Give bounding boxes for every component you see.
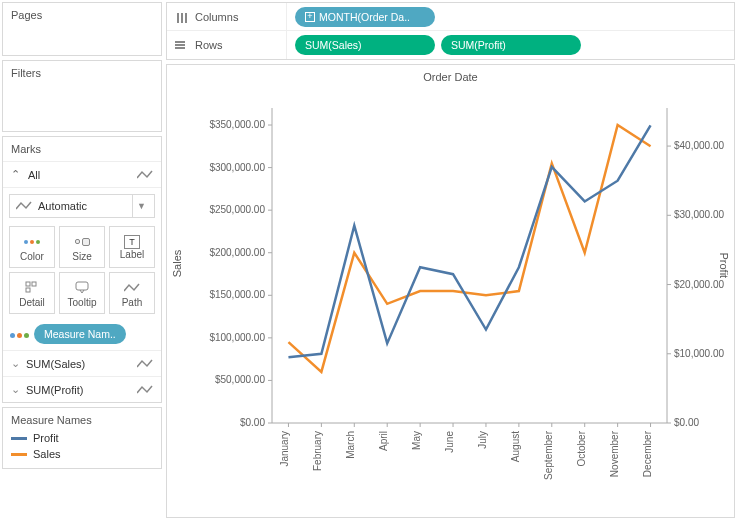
svg-text:$250,000.00: $250,000.00 bbox=[209, 204, 265, 215]
rows-text: Rows bbox=[195, 39, 223, 51]
svg-text:March: March bbox=[345, 431, 356, 459]
path-icon bbox=[124, 279, 140, 297]
left-column: Pages Filters Marks ⌃ All Automatic ▼ bbox=[0, 0, 164, 520]
legend-item-sales[interactable]: Sales bbox=[11, 446, 153, 462]
label-button[interactable]: T Label bbox=[109, 226, 155, 268]
right-column: Columns +MONTH(Order Da.. Rows SUM(Sales… bbox=[164, 0, 737, 520]
mark-type-dropdown[interactable]: Automatic ▼ bbox=[9, 194, 155, 218]
svg-text:December: December bbox=[642, 430, 653, 477]
svg-text:$10,000.00: $10,000.00 bbox=[674, 348, 724, 359]
pages-panel[interactable]: Pages bbox=[2, 2, 162, 56]
label-icon: T bbox=[124, 235, 140, 249]
legend-swatch bbox=[11, 453, 27, 456]
marks-buttons-row1: Color Size T Label bbox=[3, 224, 161, 270]
svg-text:January: January bbox=[279, 431, 290, 467]
svg-text:$200,000.00: $200,000.00 bbox=[209, 247, 265, 258]
line-icon bbox=[137, 385, 153, 395]
line-icon bbox=[137, 170, 153, 180]
y-axis-left-label: Sales bbox=[171, 250, 183, 278]
svg-text:$20,000.00: $20,000.00 bbox=[674, 279, 724, 290]
columns-pill-month[interactable]: +MONTH(Order Da.. bbox=[295, 7, 435, 27]
svg-text:$30,000.00: $30,000.00 bbox=[674, 209, 724, 220]
app-root: Pages Filters Marks ⌃ All Automatic ▼ bbox=[0, 0, 737, 520]
marks-sub-sales[interactable]: ⌄SUM(Sales) bbox=[3, 350, 161, 376]
size-label: Size bbox=[72, 251, 91, 262]
rows-icon bbox=[175, 40, 189, 50]
filters-panel[interactable]: Filters bbox=[2, 60, 162, 132]
rows-shelf-label: Rows bbox=[167, 31, 287, 59]
svg-text:$350,000.00: $350,000.00 bbox=[209, 119, 265, 130]
svg-text:September: September bbox=[543, 430, 554, 480]
legend-swatch bbox=[11, 437, 27, 440]
shelves: Columns +MONTH(Order Da.. Rows SUM(Sales… bbox=[166, 2, 735, 60]
color-button[interactable]: Color bbox=[9, 226, 55, 268]
svg-text:$0.00: $0.00 bbox=[240, 417, 265, 428]
svg-text:October: October bbox=[576, 430, 587, 466]
svg-text:July: July bbox=[477, 431, 488, 449]
pill-label: MONTH(Order Da.. bbox=[319, 11, 410, 23]
svg-text:$0.00: $0.00 bbox=[674, 417, 699, 428]
sub-label: SUM(Sales) bbox=[26, 358, 85, 370]
chevron-down-icon: ▼ bbox=[132, 195, 150, 217]
chart-view[interactable]: Order Date Sales Profit $0.00$50,000.00$… bbox=[166, 64, 735, 518]
tooltip-label: Tooltip bbox=[68, 297, 97, 308]
svg-text:May: May bbox=[411, 431, 422, 450]
svg-rect-1 bbox=[32, 282, 36, 286]
detail-button[interactable]: Detail bbox=[9, 272, 55, 314]
label-label: Label bbox=[120, 249, 144, 260]
svg-text:June: June bbox=[444, 431, 455, 453]
color-icon bbox=[23, 233, 41, 251]
marks-buttons-row2: Detail Tooltip Path bbox=[3, 270, 161, 320]
columns-icon bbox=[175, 10, 189, 22]
legend-title: Measure Names bbox=[11, 414, 153, 426]
expand-icon: + bbox=[305, 12, 315, 22]
tooltip-icon bbox=[75, 279, 89, 297]
rows-shelf[interactable]: Rows SUM(Sales) SUM(Profit) bbox=[167, 31, 734, 59]
chevron-down-icon: ⌄ bbox=[11, 357, 20, 370]
svg-rect-3 bbox=[76, 282, 88, 290]
mark-type-label: Automatic bbox=[38, 200, 87, 212]
columns-shelf-label: Columns bbox=[167, 3, 287, 30]
svg-text:$100,000.00: $100,000.00 bbox=[209, 332, 265, 343]
line-icon bbox=[137, 359, 153, 369]
legend-label: Sales bbox=[33, 448, 61, 460]
svg-text:$40,000.00: $40,000.00 bbox=[674, 140, 724, 151]
legend-label: Profit bbox=[33, 432, 59, 444]
legend-panel: Measure Names Profit Sales bbox=[2, 407, 162, 469]
chart-svg: $0.00$50,000.00$100,000.00$150,000.00$20… bbox=[167, 83, 732, 513]
svg-text:February: February bbox=[312, 431, 323, 471]
svg-text:November: November bbox=[609, 430, 620, 477]
size-button[interactable]: Size bbox=[59, 226, 105, 268]
color-label: Color bbox=[20, 251, 44, 262]
size-icon bbox=[75, 233, 90, 251]
y-axis-right-label: Profit bbox=[718, 252, 730, 278]
svg-text:August: August bbox=[510, 431, 521, 462]
marks-all-row[interactable]: ⌃ All bbox=[3, 162, 161, 188]
measure-names-pill[interactable]: Measure Nam.. bbox=[34, 324, 126, 344]
path-button[interactable]: Path bbox=[109, 272, 155, 314]
pages-title: Pages bbox=[11, 9, 153, 21]
marks-all-label: All bbox=[28, 169, 40, 181]
svg-rect-0 bbox=[26, 282, 30, 286]
detail-icon bbox=[25, 279, 39, 297]
line-icon bbox=[16, 201, 32, 211]
rows-pill-profit[interactable]: SUM(Profit) bbox=[441, 35, 581, 55]
columns-text: Columns bbox=[195, 11, 238, 23]
path-label: Path bbox=[122, 297, 143, 308]
chevron-up-icon: ⌃ bbox=[11, 168, 20, 181]
marks-color-assignment: Measure Nam.. bbox=[3, 320, 161, 350]
marks-title: Marks bbox=[3, 137, 161, 162]
chart-title: Order Date bbox=[167, 65, 734, 83]
sub-label: SUM(Profit) bbox=[26, 384, 83, 396]
rows-pill-sales[interactable]: SUM(Sales) bbox=[295, 35, 435, 55]
svg-text:April: April bbox=[378, 431, 389, 451]
svg-rect-2 bbox=[26, 288, 30, 292]
legend-item-profit[interactable]: Profit bbox=[11, 430, 153, 446]
tooltip-button[interactable]: Tooltip bbox=[59, 272, 105, 314]
marks-sub-profit[interactable]: ⌄SUM(Profit) bbox=[3, 376, 161, 402]
chevron-down-icon: ⌄ bbox=[11, 383, 20, 396]
marks-panel: Marks ⌃ All Automatic ▼ Color bbox=[2, 136, 162, 403]
filters-title: Filters bbox=[11, 67, 153, 79]
columns-shelf[interactable]: Columns +MONTH(Order Da.. bbox=[167, 3, 734, 31]
svg-text:$50,000.00: $50,000.00 bbox=[215, 374, 265, 385]
